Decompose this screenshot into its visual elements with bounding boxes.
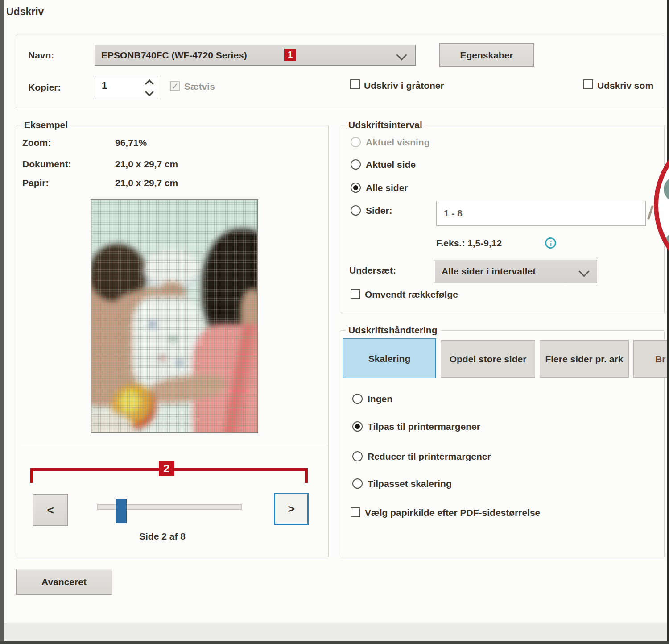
radio-current-view-label: Aktuel visning xyxy=(366,137,430,148)
print-as-checkbox[interactable]: ✓ xyxy=(583,79,593,89)
document-value: 21,0 x 29,7 cm xyxy=(115,159,178,170)
page-preview-image xyxy=(91,199,258,433)
window-left-edge xyxy=(0,0,4,644)
reverse-order-label: Omvendt rækkefølge xyxy=(365,289,458,300)
window-bottom-edge xyxy=(0,641,669,644)
pages-example-text: F.eks.: 1,5-9,12 xyxy=(436,238,502,249)
copies-label: Kopier: xyxy=(28,82,61,93)
chevron-down-icon xyxy=(578,266,589,277)
print-range-group-label: Udskriftsinterval xyxy=(345,120,425,130)
annotation-badge-1: 1 xyxy=(284,49,296,61)
tab-booklet[interactable]: Br xyxy=(633,340,669,378)
radio-all-pages-label: Alle sider xyxy=(366,183,408,193)
next-page-button[interactable]: > xyxy=(274,493,309,525)
radio-fit-printer-margins[interactable] xyxy=(352,421,363,432)
dialog-footer-band xyxy=(0,623,669,642)
preview-group-label: Eksempel xyxy=(21,120,71,130)
paper-source-label: Vælg papirkilde efter PDF-sidestørrelse xyxy=(365,507,540,518)
radio-current-view xyxy=(351,137,361,147)
reverse-order-checkbox[interactable]: ✓ xyxy=(351,289,360,299)
tab-multiple-pages[interactable]: Flere sider pr. ark xyxy=(540,340,629,378)
collate-label: Sætvis xyxy=(184,81,215,92)
radio-none[interactable] xyxy=(352,394,363,404)
print-dialog: Udskriv Navn: EPSONB740FC (WF-4720 Serie… xyxy=(0,0,669,644)
paper-value: 21,0 x 29,7 cm xyxy=(115,178,178,188)
radio-custom-scale[interactable] xyxy=(352,478,363,489)
zoom-value: 96,71% xyxy=(115,137,147,148)
grayscale-checkbox[interactable]: ✓ xyxy=(350,79,360,89)
radio-shrink-printer-margins[interactable] xyxy=(352,451,363,461)
window-right-edge xyxy=(667,0,669,644)
dialog-title: Udskriv xyxy=(6,6,44,18)
check-icon: ✓ xyxy=(171,82,179,90)
annotation-badge-2: 2 xyxy=(159,461,174,476)
subset-label: Undersæt: xyxy=(349,265,396,276)
previous-page-button[interactable]: < xyxy=(33,494,68,526)
zoom-label: Zoom: xyxy=(22,137,51,148)
subset-select[interactable]: Alle sider i intervallet xyxy=(435,260,597,283)
printer-name-label: Navn: xyxy=(28,50,54,61)
stepper-down-icon[interactable] xyxy=(145,87,154,96)
pages-input-value: 1 - 8 xyxy=(437,208,463,219)
annotation-bracket-left-end xyxy=(30,468,33,483)
print-handling-group-label: Udskriftshåndtering xyxy=(345,325,441,336)
radio-none-label: Ingen xyxy=(368,394,392,404)
radio-current-page[interactable] xyxy=(351,159,361,170)
pages-input[interactable]: 1 - 8 xyxy=(436,201,646,226)
radio-custom-scale-label: Tilpasset skalering xyxy=(368,478,452,489)
grayscale-label: Udskriv i gråtoner xyxy=(364,80,444,91)
radio-current-page-label: Aktuel side xyxy=(366,159,416,170)
print-as-label: Udskriv som xyxy=(597,80,653,91)
radio-all-pages[interactable] xyxy=(351,183,361,193)
radio-pages[interactable] xyxy=(351,205,361,216)
radio-pages-label: Sider: xyxy=(366,205,392,216)
advanced-button[interactable]: Avanceret xyxy=(16,569,112,595)
page-status: Side 2 af 8 xyxy=(139,531,186,542)
preview-separator xyxy=(21,445,327,445)
chevron-down-icon xyxy=(396,50,407,60)
callout-sage-blob xyxy=(664,173,669,205)
tab-scaling[interactable]: Skalering xyxy=(343,338,436,378)
stepper-up-icon[interactable] xyxy=(145,79,154,88)
stepper-arrows[interactable] xyxy=(144,78,155,97)
properties-button[interactable]: Egenskaber xyxy=(439,43,534,67)
radio-shrink-printer-margins-label: Reducer til printermargener xyxy=(368,451,491,462)
collate-checkbox: ✓ xyxy=(170,81,180,91)
document-label: Dokument: xyxy=(22,159,71,170)
halftone-grid-overlay xyxy=(91,200,257,432)
copies-stepper[interactable]: 1 xyxy=(95,76,158,99)
paper-label: Papir: xyxy=(22,178,49,188)
tab-split-large-pages[interactable]: Opdel store sider xyxy=(441,340,535,378)
page-slider-handle[interactable] xyxy=(116,499,127,523)
radio-fit-printer-margins-label: Tilpas til printermargener xyxy=(368,421,480,432)
printer-name-value: EPSONB740FC (WF-4720 Series) xyxy=(95,50,247,61)
info-icon[interactable]: i xyxy=(545,237,556,249)
printer-name-select[interactable]: EPSONB740FC (WF-4720 Series) xyxy=(95,45,416,66)
annotation-bracket-right-end xyxy=(305,468,308,483)
paper-source-checkbox[interactable]: ✓ xyxy=(351,507,360,517)
copies-value: 1 xyxy=(102,80,107,91)
subset-value: Alle sider i intervallet xyxy=(435,266,536,277)
